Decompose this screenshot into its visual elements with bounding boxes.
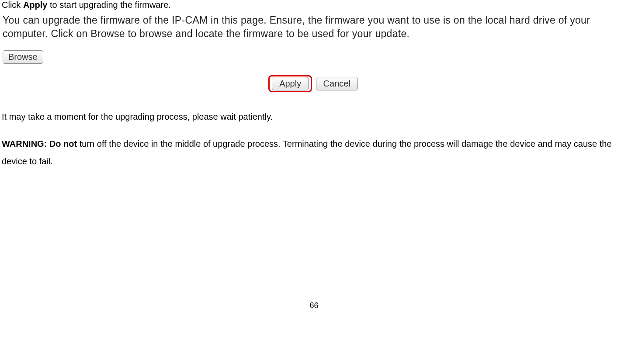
- warning-prefix: WARNING: Do not: [2, 139, 77, 149]
- document-page: Click Apply to start upgrading the firmw…: [0, 0, 628, 315]
- wait-paragraph: It may take a moment for the upgrading p…: [2, 108, 626, 125]
- panel-description: You can upgrade the firmware of the IP-C…: [2, 13, 626, 43]
- instruction-apply-word: Apply: [23, 0, 48, 10]
- action-row: Apply Cancel: [2, 75, 626, 92]
- cancel-button[interactable]: Cancel: [316, 77, 358, 90]
- browse-area: Browse: [3, 50, 626, 64]
- page-number: 66: [2, 301, 626, 315]
- warning-paragraph: WARNING: Do not turn off the device in t…: [2, 135, 626, 170]
- instruction-post: to start upgrading the firmware.: [47, 0, 170, 10]
- warning-rest: turn off the device in the middle of upg…: [2, 139, 612, 166]
- instruction-pre: Click: [2, 0, 23, 10]
- apply-button[interactable]: Apply: [272, 77, 309, 90]
- instruction-line: Click Apply to start upgrading the firmw…: [2, 0, 626, 10]
- browse-button[interactable]: Browse: [3, 50, 43, 64]
- body-text: It may take a moment for the upgrading p…: [2, 108, 626, 170]
- apply-highlight: Apply: [268, 75, 312, 92]
- firmware-upgrade-panel: You can upgrade the firmware of the IP-C…: [2, 13, 626, 92]
